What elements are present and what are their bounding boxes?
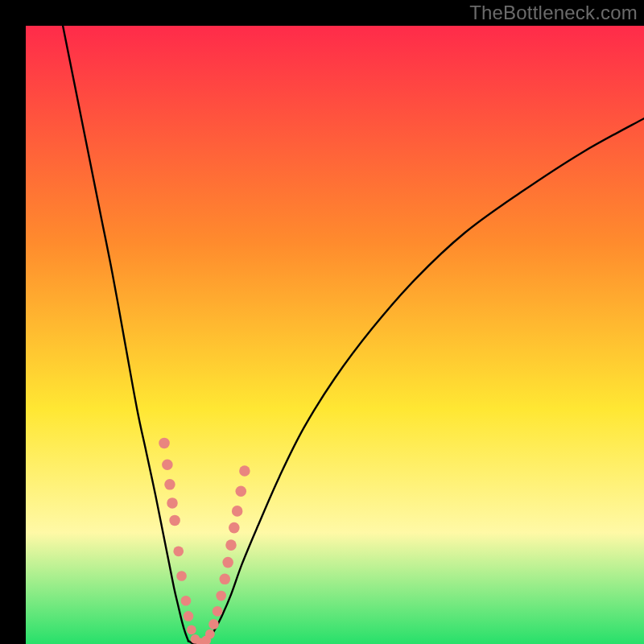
curve-marker [167,497,178,509]
curve-marker [239,465,250,477]
curve-marker [162,460,173,471]
curve-marker [164,479,175,490]
curve-marker [169,515,180,526]
curve-marker [208,619,219,630]
curve-marker [229,522,240,534]
curve-marker [213,606,223,617]
curve-marker [222,557,233,568]
curve-marker [216,591,226,601]
curve-marker [232,506,243,517]
gradient-background [26,26,644,644]
curve-marker [187,625,196,634]
curve-marker [173,546,184,556]
curve-marker [176,571,187,581]
curve-marker [220,574,231,585]
curve-marker [236,486,247,497]
watermark-text: TheBottleneck.com [469,2,638,24]
curve-marker [184,611,194,621]
chart-svg [26,26,644,644]
chart-plot-area [26,26,644,644]
curve-marker [159,438,170,449]
curve-marker [205,630,215,639]
curve-marker [181,596,192,606]
curve-marker [225,539,237,551]
